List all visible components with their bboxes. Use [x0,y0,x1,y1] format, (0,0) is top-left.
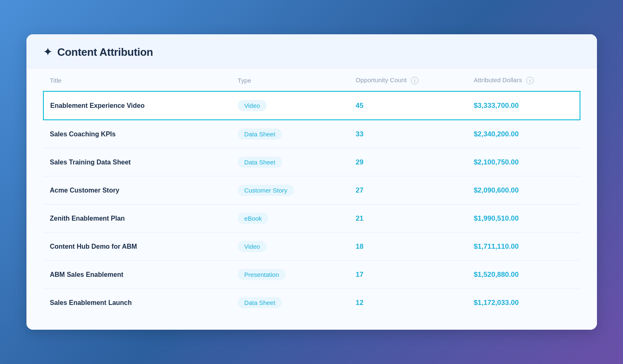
cell-type: Data Sheet [231,120,349,148]
table-body: Enablement Experience VideoVideo45$3,333… [43,91,580,316]
cell-opportunity-count: 45 [349,91,467,120]
cell-opportunity-count: 29 [349,148,467,176]
cell-opportunity-count: 12 [349,289,467,317]
content-attribution-card: ✦ Content Attribution Title Type Opportu… [26,34,597,330]
cell-attributed-dollars: $1,172,033.00 [467,289,580,317]
type-badge: Video [238,100,267,111]
table-container: Title Type Opportunity Count i Attribute… [26,68,597,330]
opportunity-count-info-icon[interactable]: i [411,77,418,84]
header-row: Title Type Opportunity Count i Attribute… [43,68,580,91]
table-row[interactable]: Enablement Experience VideoVideo45$3,333… [43,91,580,120]
cell-attributed-dollars: $3,333,700.00 [467,91,580,120]
type-badge: Data Sheet [238,157,282,168]
table-row[interactable]: Acme Customer StoryCustomer Story27$2,09… [43,176,580,205]
cell-opportunity-count: 17 [349,261,467,289]
cell-title: Zenith Enablement Plan [43,205,231,233]
table-row[interactable]: ABM Sales EnablementPresentation17$1,520… [43,261,580,289]
cell-opportunity-count: 33 [349,120,467,148]
cell-type: Video [231,233,349,261]
cell-opportunity-count: 27 [349,176,467,205]
page-title: Content Attribution [57,46,153,59]
cell-title: Sales Coaching KPIs [43,120,231,148]
attribution-table: Title Type Opportunity Count i Attribute… [43,68,580,316]
cell-title: Acme Customer Story [43,176,231,205]
type-badge: Video [238,241,267,252]
card-header: ✦ Content Attribution [26,34,597,68]
cell-attributed-dollars: $1,711,110.00 [467,233,580,261]
cell-opportunity-count: 21 [349,205,467,233]
cell-attributed-dollars: $2,090,600.00 [467,176,580,205]
cell-title: Sales Training Data Sheet [43,148,231,176]
cell-attributed-dollars: $2,340,200.00 [467,120,580,148]
table-row[interactable]: Sales Training Data SheetData Sheet29$2,… [43,148,580,176]
cell-opportunity-count: 18 [349,233,467,261]
cell-title: ABM Sales Enablement [43,261,231,289]
cell-type: Data Sheet [231,289,349,317]
cell-title: Sales Enablement Launch [43,289,231,317]
type-badge: Data Sheet [238,297,282,308]
cell-attributed-dollars: $2,100,750.00 [467,148,580,176]
col-header-title: Title [43,68,231,91]
cell-attributed-dollars: $1,520,880.00 [467,261,580,289]
cell-type: Presentation [231,261,349,289]
table-header: Title Type Opportunity Count i Attribute… [43,68,580,91]
col-header-attributed-dollars: Attributed Dollars i [467,68,580,91]
cell-title: Enablement Experience Video [43,91,231,120]
sparkle-icon: ✦ [43,46,53,58]
cell-attributed-dollars: $1,990,510.00 [467,205,580,233]
type-badge: eBook [238,213,269,224]
type-badge: Customer Story [238,185,294,196]
attributed-dollars-info-icon[interactable]: i [526,77,534,84]
table-row[interactable]: Zenith Enablement PlaneBook21$1,990,510.… [43,205,580,233]
cell-type: Video [231,91,349,120]
table-row[interactable]: Sales Enablement LaunchData Sheet12$1,17… [43,289,580,317]
type-badge: Presentation [238,269,286,280]
type-badge: Data Sheet [238,128,282,140]
cell-type: Data Sheet [231,148,349,176]
table-row[interactable]: Content Hub Demo for ABMVideo18$1,711,11… [43,233,580,261]
col-header-opportunity-count: Opportunity Count i [349,68,467,91]
cell-title: Content Hub Demo for ABM [43,233,231,261]
col-header-type: Type [231,68,349,91]
cell-type: eBook [231,205,349,233]
table-row[interactable]: Sales Coaching KPIsData Sheet33$2,340,20… [43,120,580,148]
cell-type: Customer Story [231,176,349,205]
